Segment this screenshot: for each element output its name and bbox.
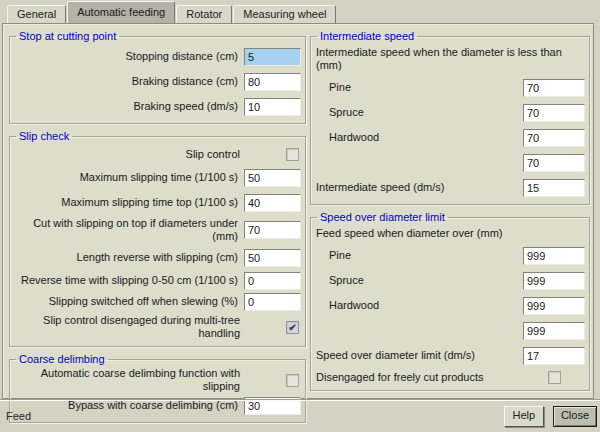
- max-slipping-time-input[interactable]: 50: [244, 169, 301, 187]
- checkbox-row: Automatic coarse delimbing function with…: [14, 367, 301, 393]
- checkbox-row: Slip control: [14, 144, 301, 165]
- speedlimit-spruce-input[interactable]: 999: [523, 272, 585, 290]
- group-intro-text: Feed speed when diameter over (mm): [315, 225, 585, 243]
- speed-over-diameter-limit-input[interactable]: 17: [523, 347, 585, 365]
- field-row: 70: [315, 150, 585, 175]
- field-row: Speed over diameter limit (dm/s) 17: [315, 343, 585, 368]
- field-row: Spruce 70: [315, 100, 585, 125]
- field-label: Pine: [315, 81, 523, 94]
- intermediate-hardwood-input[interactable]: 70: [523, 129, 585, 147]
- group-slip-check: Slip check Slip control Maximum slipping…: [9, 130, 306, 347]
- field-row: Hardwood 70: [315, 125, 585, 150]
- tab-automatic-feeding[interactable]: Automatic feeding: [67, 1, 175, 23]
- speedlimit-extra-input[interactable]: 999: [523, 322, 585, 340]
- field-row: 999: [315, 318, 585, 343]
- group-title-coarse-delimbing: Coarse delimbing: [16, 353, 108, 365]
- field-label: Braking speed (dm/s): [14, 100, 244, 113]
- braking-distance-input[interactable]: 80: [244, 73, 301, 91]
- field-label: Braking distance (cm): [14, 75, 244, 88]
- field-row: Reverse time with slipping 0-50 cm (1/10…: [14, 270, 301, 291]
- reverse-time-with-slipping-input[interactable]: 0: [244, 272, 301, 290]
- field-label: Hardwood: [315, 131, 523, 144]
- field-label: Hardwood: [315, 299, 523, 312]
- tab-rotator[interactable]: Rotator: [176, 5, 232, 23]
- field-label: Slip control disengaged during multi-tre…: [14, 314, 246, 340]
- right-column: Intermediate speed Intermediate speed wh…: [310, 30, 590, 397]
- tab-general[interactable]: General: [7, 5, 66, 23]
- field-row: Braking speed (dm/s) 10: [14, 94, 301, 119]
- field-label: Maximum slipping time top (1/100 s): [14, 196, 244, 209]
- status-text: Feed: [6, 410, 495, 422]
- field-row: Pine 70: [315, 75, 585, 100]
- field-label: Intermediate speed (dm/s): [315, 181, 523, 194]
- max-slipping-time-top-input[interactable]: 40: [244, 194, 301, 212]
- disengaged-freely-cut-checkbox[interactable]: [548, 371, 561, 384]
- field-label: Cut with slipping on top if diameters un…: [14, 217, 244, 243]
- tab-bar: General Automatic feeding Rotator Measur…: [0, 0, 600, 23]
- field-label: Length reverse with slipping (cm): [14, 251, 244, 264]
- field-row: Maximum slipping time top (1/100 s) 40: [14, 190, 301, 215]
- help-button[interactable]: Help: [504, 406, 544, 427]
- intermediate-extra-input[interactable]: 70: [523, 154, 585, 172]
- intermediate-spruce-input[interactable]: 70: [523, 104, 585, 122]
- field-label: Spruce: [315, 106, 523, 119]
- field-label: Slipping switched off when slewing (%): [14, 295, 244, 308]
- field-label: Automatic coarse delimbing function with…: [14, 367, 246, 393]
- field-label: Stopping distance (cm): [14, 50, 244, 63]
- field-label: Maximum slipping time (1/100 s): [14, 171, 244, 184]
- field-row: Stopping distance (cm) 5: [14, 44, 301, 69]
- group-intermediate-speed: Intermediate speed Intermediate speed wh…: [310, 30, 590, 205]
- left-column: Stop at cutting point Stopping distance …: [9, 30, 306, 429]
- field-row: Spruce 999: [315, 268, 585, 293]
- group-stop-at-cutting-point: Stop at cutting point Stopping distance …: [9, 30, 306, 124]
- field-label: Reverse time with slipping 0-50 cm (1/10…: [14, 274, 244, 287]
- speedlimit-pine-input[interactable]: 999: [523, 247, 585, 265]
- tab-measuring-wheel[interactable]: Measuring wheel: [233, 5, 336, 23]
- field-label: Slip control: [14, 148, 246, 161]
- field-row: Pine 999: [315, 243, 585, 268]
- speedlimit-hardwood-input[interactable]: 999: [523, 297, 585, 315]
- length-reverse-with-slipping-input[interactable]: 50: [244, 249, 301, 267]
- group-title-intermediate-speed: Intermediate speed: [317, 30, 417, 42]
- field-row: Intermediate speed (dm/s) 15: [315, 175, 585, 200]
- field-row: Braking distance (cm) 80: [14, 69, 301, 94]
- coarse-delimbing-checkbox[interactable]: [286, 374, 299, 387]
- field-row: Cut with slipping on top if diameters un…: [14, 215, 301, 245]
- close-button[interactable]: Close: [553, 406, 597, 427]
- stopping-distance-input[interactable]: 5: [244, 48, 301, 66]
- group-title-slip-check: Slip check: [16, 130, 72, 142]
- group-title-stop: Stop at cutting point: [16, 30, 119, 42]
- field-label: Pine: [315, 249, 523, 262]
- field-label: Disengaged for freely cut products: [315, 371, 525, 384]
- slipping-switched-off-slewing-input[interactable]: 0: [244, 293, 301, 311]
- field-label: Speed over diameter limit (dm/s): [315, 349, 523, 362]
- intermediate-speed-input[interactable]: 15: [523, 179, 585, 197]
- field-row: Maximum slipping time (1/100 s) 50: [14, 165, 301, 190]
- group-intro-text: Intermediate speed when the diameter is …: [315, 44, 585, 75]
- group-speed-over-diameter-limit: Speed over diameter limit Feed speed whe…: [310, 211, 590, 391]
- slip-control-checkbox[interactable]: [286, 148, 299, 161]
- field-row: Slipping switched off when slewing (%) 0: [14, 291, 301, 312]
- field-row: Hardwood 999: [315, 293, 585, 318]
- automatic-feeding-page: Stop at cutting point Stopping distance …: [2, 23, 594, 399]
- status-bar: Feed Help Close: [0, 399, 600, 432]
- field-row: Length reverse with slipping (cm) 50: [14, 245, 301, 270]
- group-title-speed-over-diameter-limit: Speed over diameter limit: [317, 211, 448, 223]
- multi-tree-disengage-checkbox[interactable]: ✔: [286, 321, 299, 334]
- checkbox-row: Slip control disengaged during multi-tre…: [14, 312, 301, 342]
- intermediate-pine-input[interactable]: 70: [523, 79, 585, 97]
- checkbox-row: Disengaged for freely cut products: [315, 368, 585, 386]
- cut-with-slipping-diameter-input[interactable]: 70: [244, 221, 301, 239]
- braking-speed-input[interactable]: 10: [244, 98, 301, 116]
- field-label: Spruce: [315, 274, 523, 287]
